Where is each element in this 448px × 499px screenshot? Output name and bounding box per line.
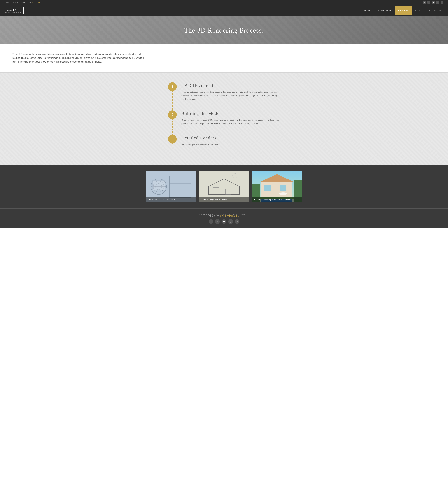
process-section: 1 CAD Documents First, we just require c… xyxy=(0,73,448,165)
image-cards-section: Provide us your CAD documents, Then, we … xyxy=(0,165,448,208)
houzz-icon-footer[interactable]: h xyxy=(235,219,240,224)
footer: © 2016 THREE D RENDERING CO. ALL RIGHTS … xyxy=(0,208,448,229)
call-label: CALL US FOR A FREE QUOTE - xyxy=(5,1,31,3)
step-1-number: 1 xyxy=(168,82,177,91)
nav-cost[interactable]: COST xyxy=(412,6,425,15)
facebook-icon-footer[interactable]: f xyxy=(208,219,213,224)
card-1-caption: Provide us your CAD documents, xyxy=(146,197,196,202)
step-2: 2 Building the Model Once we have receiv… xyxy=(168,110,280,125)
nav-portfolio[interactable]: PORTFOLIO ▾ xyxy=(374,6,395,15)
svg-rect-31 xyxy=(264,185,271,190)
step-1: 1 CAD Documents First, we just require c… xyxy=(168,82,280,101)
step-2-title: Building the Model xyxy=(181,111,280,116)
step-2-description: Once we have received your CAD documents… xyxy=(181,118,280,125)
facebook-icon-top[interactable]: f xyxy=(423,1,426,4)
step-2-number: 2 xyxy=(168,110,177,119)
step-3-number: 3 xyxy=(168,135,177,144)
image-card-2: Then, we begin your 3D model xyxy=(199,171,249,202)
nav-links: HOME PORTFOLIO ▾ PROCESS COST CONTACT US xyxy=(361,6,445,15)
phone-link[interactable]: 248.675.5444 xyxy=(31,1,42,3)
footer-design-link[interactable]: SITE DESIGN GURU xyxy=(220,215,239,217)
logo[interactable]: three D RENDERING CO. xyxy=(3,5,27,16)
twitter-icon-footer[interactable]: t xyxy=(215,219,220,224)
step-1-title: CAD Documents xyxy=(181,83,280,88)
footer-social-icons: f t ▶ p h xyxy=(5,219,443,224)
nav-process[interactable]: PROCESS xyxy=(395,6,412,15)
step-1-content: CAD Documents First, we just require com… xyxy=(181,82,280,101)
top-bar: CALL US FOR A FREE QUOTE - 248.675.5444 … xyxy=(0,0,448,5)
youtube-icon-top[interactable]: ▶ xyxy=(432,1,435,4)
houzz-icon-top[interactable]: h xyxy=(441,1,443,4)
hero-title: The 3D Rendering Process. xyxy=(184,27,264,34)
intro-text: Three D Rendering Co. provides architect… xyxy=(13,52,149,64)
logo-box: three D RENDERING CO. xyxy=(3,7,24,15)
youtube-icon-footer[interactable]: ▶ xyxy=(222,219,226,224)
step-1-description: First, we just require completed CAD doc… xyxy=(181,90,280,101)
nav-contact[interactable]: CONTACT US xyxy=(425,6,445,15)
svg-point-36 xyxy=(279,192,287,195)
image-card-1: Provide us your CAD documents, xyxy=(146,171,196,202)
step-3-title: Detailed Renders xyxy=(181,135,219,140)
step-3-description: We provide you with the detailed renders… xyxy=(181,143,219,146)
top-bar-left: CALL US FOR A FREE QUOTE - 248.675.5444 xyxy=(5,1,42,3)
logo-d: D xyxy=(13,8,16,12)
pinterest-icon-top[interactable]: p xyxy=(436,1,439,4)
step-3: 3 Detailed Renders We provide you with t… xyxy=(168,135,280,146)
pinterest-icon-footer[interactable]: p xyxy=(228,219,233,224)
card-2-caption: Then, we begin your 3D model xyxy=(199,197,249,202)
logo-text-three: three D xyxy=(5,9,16,12)
image-card-3: Finally, we provide you with detailed re… xyxy=(252,171,302,202)
step-2-content: Building the Model Once we have received… xyxy=(181,110,280,125)
svg-rect-11 xyxy=(152,180,165,190)
nav-home[interactable]: HOME xyxy=(361,6,374,15)
logo-subtext: RENDERING CO. xyxy=(5,12,22,14)
intro-section: Three D Rendering Co. provides architect… xyxy=(0,44,448,72)
card-3-caption: Finally, we provide you with detailed re… xyxy=(252,197,302,202)
social-icons-top: f t ▶ p h xyxy=(423,1,443,4)
process-steps-container: 1 CAD Documents First, we just require c… xyxy=(162,82,286,146)
hero-section: The 3D Rendering Process. xyxy=(0,16,448,44)
svg-rect-32 xyxy=(280,185,286,190)
main-navigation: three D RENDERING CO. HOME PORTFOLIO ▾ P… xyxy=(0,5,448,16)
twitter-icon-top[interactable]: t xyxy=(428,1,430,4)
step-3-content: Detailed Renders We provide you with the… xyxy=(181,135,219,146)
section-divider xyxy=(0,72,448,73)
footer-copyright: © 2016 THREE D RENDERING CO. ALL RIGHTS … xyxy=(5,213,443,217)
